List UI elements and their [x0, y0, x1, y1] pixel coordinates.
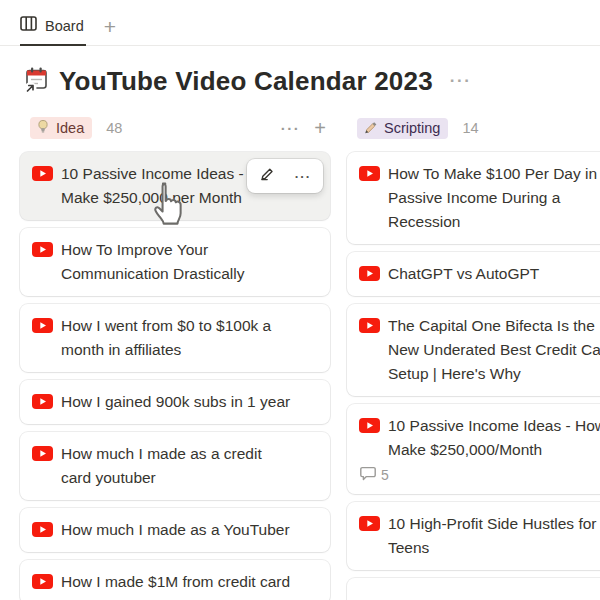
- card-title: The Capital One Bifecta Is theNew Undera…: [388, 314, 600, 386]
- status-badge-label: Scripting: [384, 120, 440, 136]
- card-content: ChatGPT vs AutoGPT: [359, 262, 600, 286]
- card-title: How I went from $0 to $100k amonth in af…: [61, 314, 271, 362]
- card-title: 10 Passive Income Ideas - HowMake $250,0…: [388, 414, 600, 462]
- card[interactable]: 10 Passive Income Ideas -Make $250,000 p…: [20, 152, 330, 220]
- card[interactable]: How I gained 900k subs in 1 year: [20, 380, 330, 424]
- column-header: Idea48···+: [30, 114, 326, 142]
- column-idea: Idea48···+10 Passive Income Ideas -Make …: [20, 114, 330, 600]
- card-menu-button[interactable]: ···: [285, 161, 321, 191]
- comment-icon: [360, 466, 376, 484]
- youtube-icon: [32, 446, 53, 490]
- column-menu-button[interactable]: ···: [281, 120, 301, 137]
- card[interactable]: The Capital One Bifecta Is theNew Undera…: [347, 304, 600, 396]
- card[interactable]: 10 High-Profit Side Hustles forTeens: [347, 502, 600, 570]
- view-tab-bar: Board +: [0, 0, 600, 46]
- card[interactable]: How To Make $100 Per Day inPassive Incom…: [347, 152, 600, 244]
- comment-count-value: 5: [381, 467, 389, 483]
- youtube-icon: [359, 418, 380, 462]
- notion-board-page: Board + YouTube Video Calendar 2023 ··· …: [0, 0, 600, 600]
- youtube-icon: [359, 266, 380, 286]
- card-edit-button[interactable]: [249, 161, 285, 191]
- card-content: How much I made as a YouTuber: [32, 518, 318, 542]
- column-count: 14: [462, 120, 478, 136]
- card[interactable]: [347, 578, 600, 600]
- youtube-icon: [32, 522, 53, 542]
- card-content: 10 High-Profit Side Hustles forTeens: [359, 512, 600, 560]
- card-hover-toolbar: ···: [247, 159, 323, 193]
- youtube-icon: [32, 394, 53, 414]
- card[interactable]: How much I made as a YouTuber: [20, 508, 330, 552]
- card-content: How much I made as a creditcard youtuber: [32, 442, 318, 490]
- status-badge-scripting[interactable]: Scripting: [357, 118, 448, 139]
- card[interactable]: How I went from $0 to $100k amonth in af…: [20, 304, 330, 372]
- column-count: 48: [106, 120, 122, 136]
- linked-calendar-icon: [22, 65, 50, 97]
- card-content: How I made $1M from credit card: [32, 570, 318, 594]
- youtube-icon: [32, 574, 53, 594]
- column-header: Scripting14: [357, 114, 600, 142]
- card-title: How much I made as a YouTuber: [61, 518, 290, 542]
- card[interactable]: How much I made as a creditcard youtuber: [20, 432, 330, 500]
- card-list: 10 Passive Income Ideas -Make $250,000 p…: [20, 152, 330, 600]
- lightbulb-icon: [36, 119, 50, 137]
- card-title: How To Improve YourCommunication Drastic…: [61, 238, 244, 286]
- column-actions: ···+: [281, 119, 326, 137]
- status-badge-idea[interactable]: Idea: [30, 117, 92, 139]
- card-content: How To Improve YourCommunication Drastic…: [32, 238, 318, 286]
- column-scripting: Scripting14How To Make $100 Per Day inPa…: [347, 114, 600, 600]
- tab-board[interactable]: Board: [20, 16, 86, 46]
- board-columns-icon: [20, 16, 37, 35]
- card-list: How To Make $100 Per Day inPassive Incom…: [347, 152, 600, 600]
- page-title: YouTube Video Calendar 2023: [59, 66, 433, 97]
- column-add-card-button[interactable]: +: [314, 119, 326, 137]
- card-content: 10 Passive Income Ideas - HowMake $250,0…: [359, 414, 600, 462]
- youtube-icon: [32, 318, 53, 362]
- youtube-icon: [359, 516, 380, 560]
- card-content: How To Make $100 Per Day inPassive Incom…: [359, 162, 600, 234]
- card-content: How I went from $0 to $100k amonth in af…: [32, 314, 318, 362]
- tab-board-label: Board: [45, 18, 84, 34]
- card-title: 10 High-Profit Side Hustles forTeens: [388, 512, 596, 560]
- card-title: How To Make $100 Per Day inPassive Incom…: [388, 162, 597, 234]
- status-badge-label: Idea: [56, 120, 84, 136]
- card-title: 10 Passive Income Ideas -Make $250,000 p…: [61, 162, 244, 210]
- pencil-icon: [259, 166, 275, 186]
- youtube-icon: [32, 242, 53, 286]
- youtube-icon: [32, 166, 53, 210]
- page-title-row: YouTube Video Calendar 2023 ···: [22, 62, 600, 100]
- kanban-board: Idea48···+10 Passive Income Ideas -Make …: [0, 114, 600, 600]
- youtube-icon: [359, 318, 380, 386]
- card[interactable]: ChatGPT vs AutoGPT: [347, 252, 600, 296]
- card-content: The Capital One Bifecta Is theNew Undera…: [359, 314, 600, 386]
- card-title: ChatGPT vs AutoGPT: [388, 262, 539, 286]
- card[interactable]: How I made $1M from credit card: [20, 560, 330, 600]
- add-view-button[interactable]: +: [104, 16, 116, 45]
- card[interactable]: How To Improve YourCommunication Drastic…: [20, 228, 330, 296]
- card-title: How I made $1M from credit card: [61, 570, 290, 594]
- card[interactable]: 10 Passive Income Ideas - HowMake $250,0…: [347, 404, 600, 494]
- card-title: How much I made as a creditcard youtuber: [61, 442, 262, 490]
- youtube-icon: [359, 166, 380, 234]
- card-content: How I gained 900k subs in 1 year: [32, 390, 318, 414]
- comment-count: 5: [359, 466, 600, 484]
- page-menu-button[interactable]: ···: [450, 71, 471, 91]
- writing-hand-icon: [363, 120, 378, 137]
- card-title: How I gained 900k subs in 1 year: [61, 390, 290, 414]
